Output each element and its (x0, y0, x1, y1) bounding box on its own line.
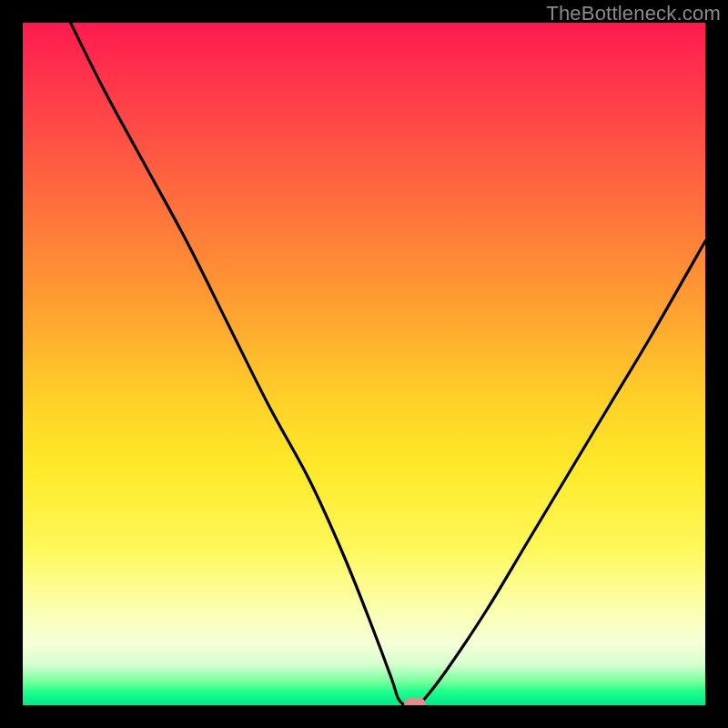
bottleneck-curve (23, 23, 705, 705)
chart-frame: TheBottleneck.com (0, 0, 728, 728)
curve-path (71, 23, 706, 705)
watermark-label: TheBottleneck.com (546, 2, 721, 25)
optimum-marker (404, 698, 426, 705)
plot-area (23, 23, 705, 705)
